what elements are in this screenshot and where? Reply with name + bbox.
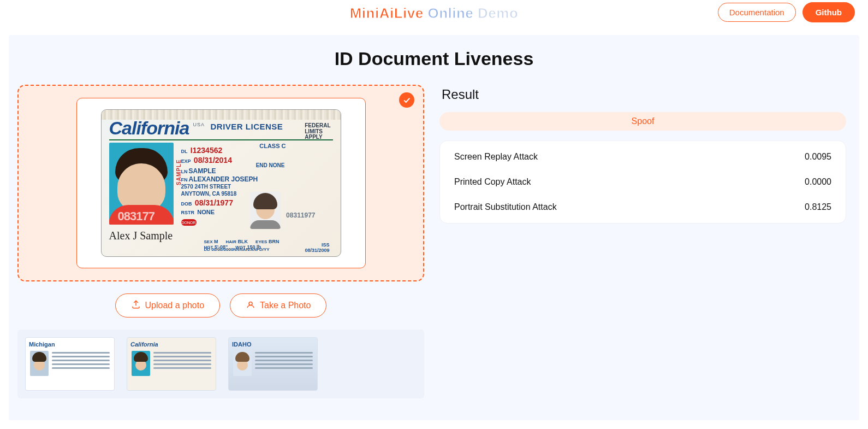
score-value: 0.0000: [805, 177, 831, 187]
score-label: Printed Copy Attack: [454, 177, 531, 187]
score-label: Portrait Substitution Attack: [454, 202, 557, 212]
page-title: ID Document Liveness: [17, 48, 851, 69]
take-photo-button[interactable]: Take a Photo: [230, 293, 326, 318]
brand-word-1: MiniAiLive: [350, 5, 424, 21]
donor-badge: DONOR: [181, 219, 197, 226]
take-photo-label: Take a Photo: [260, 301, 311, 310]
documentation-button[interactable]: Documentation: [718, 3, 796, 22]
image-preview: California USA DRIVER LICENSE FEDERAL LI…: [76, 98, 366, 268]
thumb-state-label: California: [130, 341, 212, 348]
score-row: Screen Replay Attack 0.0095: [453, 144, 833, 169]
brand-word-2: Online: [427, 5, 473, 21]
thumb-state-label: IDAHO: [232, 341, 314, 348]
license-ghost-portrait: [250, 192, 281, 229]
top-bar: MiniAiLive Online Demo Documentation Git…: [0, 0, 868, 26]
thumb-state-label: Michigan: [29, 341, 111, 348]
license-state: California: [109, 117, 189, 139]
image-dropzone[interactable]: California USA DRIVER LICENSE FEDERAL LI…: [17, 85, 424, 281]
license-federal: FEDERAL LIMITS APPLY: [305, 123, 330, 140]
score-label: Screen Replay Attack: [454, 152, 538, 162]
license-signature: Alex J Sample: [109, 230, 173, 242]
result-title: Result: [442, 87, 846, 102]
camera-icon: [246, 299, 255, 312]
score-value: 0.0095: [805, 152, 831, 162]
license-end: END NONE: [256, 162, 285, 168]
license-class: CLASS C: [259, 143, 286, 149]
license-rule: [109, 139, 333, 140]
check-icon: [399, 92, 414, 108]
score-row: Printed Copy Attack 0.0000: [453, 169, 833, 195]
github-button[interactable]: Github: [802, 2, 855, 22]
brand-logo: MiniAiLive Online Demo: [350, 5, 519, 22]
sample-thumbnails: Michigan California IDAHO: [17, 330, 424, 398]
result-verdict-pill: Spoof: [439, 112, 846, 131]
sample-thumb-idaho[interactable]: IDAHO: [228, 337, 318, 391]
license-usa: USA: [193, 122, 205, 127]
result-column: Result Spoof Screen Replay Attack 0.0095…: [435, 85, 851, 224]
sample-thumb-michigan[interactable]: Michigan: [25, 337, 115, 391]
upload-photo-button[interactable]: Upload a photo: [115, 293, 221, 318]
score-row: Portrait Substitution Attack 0.8125: [453, 195, 833, 220]
license-fields: DL I1234562 EXP 08/31/2014 LNSAMPLE FNAL…: [181, 146, 258, 216]
license-issue-date: ISS08/31/2009: [305, 242, 329, 253]
license-title: DRIVER LICENSE: [211, 122, 283, 131]
license-dd: DD 00/00/0000NNNAN/ANFD/YY: [204, 247, 270, 252]
result-scores: Screen Replay Attack 0.0095 Printed Copy…: [439, 140, 846, 224]
upload-icon: [131, 299, 141, 312]
page-panel: ID Document Liveness California USA DRIV…: [9, 35, 859, 420]
sample-thumb-california[interactable]: California: [127, 337, 216, 391]
brand-word-3: Demo: [478, 5, 518, 21]
svg-point-0: [249, 302, 252, 305]
upload-photo-label: Upload a photo: [145, 301, 205, 310]
license-ghost-big-number: 083177: [118, 209, 154, 224]
input-column: California USA DRIVER LICENSE FEDERAL LI…: [17, 85, 424, 398]
score-value: 0.8125: [805, 202, 831, 212]
license-card: California USA DRIVER LICENSE FEDERAL LI…: [101, 109, 341, 257]
top-actions: Documentation Github: [718, 2, 855, 22]
action-buttons: Upload a photo Take a Photo: [17, 293, 424, 318]
license-ghost-number: 08311977: [286, 211, 315, 219]
